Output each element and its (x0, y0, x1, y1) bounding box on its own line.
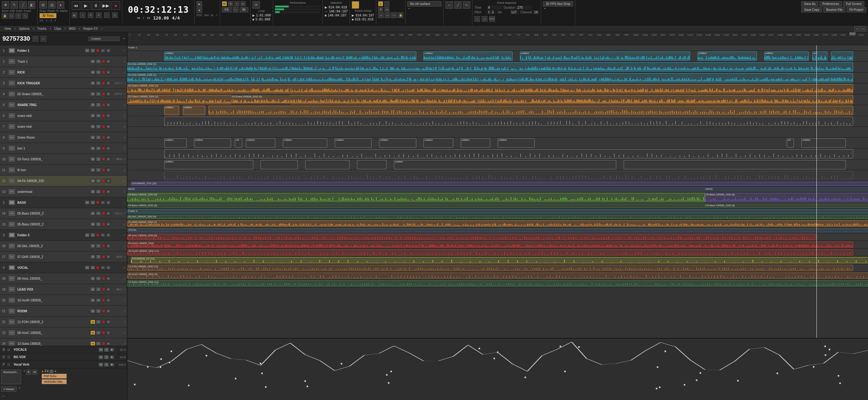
grid-6[interactable]: 6 (378, 7, 383, 12)
stop-icon[interactable]: ■ (196, 7, 202, 13)
g-opt3[interactable]: ▭ (391, 12, 397, 18)
track-type-icon[interactable]: 〰 (9, 211, 15, 216)
timecode-display[interactable]: 00:32:12:13 (124, 5, 192, 15)
audio-clip[interactable] (260, 160, 298, 169)
audio-clip[interactable]: 09-VoxC-190928_2202 (127, 241, 853, 248)
track-name-label[interactable]: 06-GtrL-190928_2 (16, 244, 90, 248)
audio-clip[interactable] (209, 106, 853, 115)
timesig[interactable]: 4/4 (172, 15, 180, 21)
automation-node[interactable] (524, 376, 526, 378)
mute-button[interactable]: M (90, 244, 95, 248)
track-row[interactable]: 5 〰 SNARE TRIG M S ▾ ⤢ (0, 100, 127, 110)
arm-button[interactable] (96, 201, 100, 204)
track-row[interactable]: 3 〰 KICK TRIGGER M S ▾ -117.7 ⤢ (0, 78, 127, 89)
track-type-icon[interactable]: 〰 (9, 59, 15, 64)
automation-node[interactable] (829, 348, 831, 351)
loop-icon[interactable]: ⟳ (252, 1, 260, 9)
track-lane[interactable]: 01-Kick-190928_2202 (1) (127, 72, 868, 84)
track-type-icon[interactable]: 〰 (9, 287, 15, 292)
audio-clip[interactable]: untitled (164, 52, 416, 61)
fx-chip-1[interactable]: PSP Echo (41, 374, 67, 378)
track-row[interactable]: 17 〰 07-GtrR-190928_2 M S ▾ -92.8 ⤢ (0, 252, 127, 262)
arm-button[interactable] (101, 70, 105, 74)
auto-button[interactable]: A (106, 48, 111, 53)
track-type-icon[interactable]: 〰 (9, 341, 15, 346)
mute-button[interactable]: M (90, 168, 95, 172)
bounce-button[interactable]: Bounce File (823, 7, 845, 12)
solo-button[interactable]: S (96, 287, 101, 292)
sel-start[interactable]: 914:04:028 (329, 6, 347, 9)
input-button[interactable]: ▾ (106, 255, 111, 259)
solo-button[interactable]: S (96, 92, 101, 96)
input-button[interactable]: ▾ (106, 190, 111, 194)
track-name-label[interactable]: flr tom (16, 168, 90, 172)
automation-node[interactable] (737, 380, 739, 382)
automation-node[interactable] (265, 386, 267, 388)
fit-button[interactable]: Fit Project (846, 7, 866, 12)
audio-clip[interactable]: unt (235, 138, 242, 147)
mute-button[interactable]: M (90, 146, 95, 151)
expand-icon[interactable]: ⤢ (123, 179, 127, 182)
automation-node[interactable] (564, 371, 566, 372)
track-type-icon[interactable]: 〰 (9, 92, 15, 96)
track-row[interactable]: 8 〰 Snare Room M S ▾ ⤢ (0, 132, 127, 143)
fx-chip-2[interactable]: VerbSuite Clas... (41, 379, 67, 384)
view-opt2[interactable]: ▭ (861, 26, 866, 32)
track-lane[interactable]: 05-Bass-190928_2202 (8)05-Bass-190928_22… (127, 203, 868, 209)
audio-clip[interactable]: 05-Bass-190928_2202 (8) (705, 193, 868, 202)
expand-icon[interactable]: ⤢ (123, 190, 127, 194)
track-name-label[interactable]: Folder 3 (16, 233, 85, 237)
audio-clip[interactable]: untitled (335, 138, 372, 147)
t-opt-5[interactable]: ⋮ (104, 12, 110, 18)
track-lane[interactable] (127, 127, 868, 138)
dm-label[interactable]: DM (204, 14, 209, 17)
arm-button[interactable] (101, 298, 105, 302)
send-button[interactable]: ▶ (110, 347, 115, 352)
automation-area[interactable] (127, 338, 868, 400)
input-button[interactable]: ▾ (106, 309, 111, 313)
chevron-down-icon[interactable]: ▾ (123, 37, 124, 40)
mute-button[interactable]: M (85, 265, 90, 270)
move-tool[interactable]: ✥ (2, 1, 9, 9)
track-name-label[interactable]: 08-VoxL-190928_ (16, 277, 90, 280)
audio-clip[interactable]: 12-Subs-190928_2202 (13) (127, 280, 868, 287)
input-button[interactable]: ▾ (106, 146, 111, 151)
track-lane[interactable]: untitleduntitleduntuntitleduntitleduntit… (127, 138, 868, 148)
track-row[interactable]: 4 VOCAL M S ▾ A ⤢ (0, 262, 127, 273)
automation-node[interactable] (656, 388, 657, 390)
track-lane[interactable]: 10-VoxR-190928_2202 (11) (127, 249, 868, 257)
solo-button[interactable]: S (104, 363, 109, 367)
input-button[interactable]: ▾ (106, 157, 111, 161)
track-row[interactable]: 21 〰 ROOM M S ▾ ⤢ (0, 306, 127, 316)
track-name-label[interactable]: VOCAL (16, 266, 85, 269)
mute-button[interactable]: M (90, 255, 95, 259)
savecopy-button[interactable]: Save Copy (801, 7, 822, 12)
audio-clip[interactable]: untitled (424, 52, 512, 61)
expand-icon[interactable]: ⤢ (123, 158, 127, 161)
solo-button[interactable]: S (104, 347, 109, 352)
mute-button[interactable]: M (90, 276, 95, 280)
track-row[interactable]: 2 〰 KICK M S ▾ ⤢ (0, 67, 127, 78)
curve2-btn[interactable]: ╱ (454, 1, 462, 9)
track-row[interactable]: 12 〰 04-Flr-190928_220 M S ▾ ⤢ (0, 175, 127, 186)
track-row[interactable]: 20 〰 10-VoxR-190928_ M S ▾ ⤢ (0, 295, 127, 306)
mute-button[interactable]: M (90, 309, 95, 313)
audio-clip[interactable]: 07-GtrR-190928_2202 (7) (127, 221, 868, 227)
input-button[interactable]: ▾ (106, 331, 111, 335)
ri-btn[interactable]: RI (240, 7, 248, 12)
track-row[interactable]: 7 〰 snare midi M S ▾ ⤢ (0, 121, 127, 132)
track-type-icon[interactable]: 〰 (9, 80, 15, 86)
arm-button[interactable] (101, 146, 105, 150)
input-button[interactable]: ▾ (106, 287, 111, 292)
track-lane[interactable]: ZOOM0005_LR (14) (127, 257, 868, 264)
audio-clip[interactable]: BASS (705, 187, 868, 191)
s-toggle[interactable]: S (228, 1, 233, 6)
lock-icon[interactable]: 🔒 (2, 13, 7, 19)
input-button[interactable]: ▾ (106, 244, 111, 248)
chevron-down-icon[interactable]: ▾ (55, 19, 56, 22)
track-lane[interactable]: VOCAL (127, 228, 868, 233)
track-row[interactable]: 14 〰 05-Bass-190928_2 M S ▾ -141.1 ⤢ (0, 208, 127, 219)
input-button[interactable]: ▾ (106, 298, 111, 302)
input-button[interactable]: ▾ (100, 48, 105, 53)
ev-opt3[interactable]: MTC (489, 16, 495, 22)
